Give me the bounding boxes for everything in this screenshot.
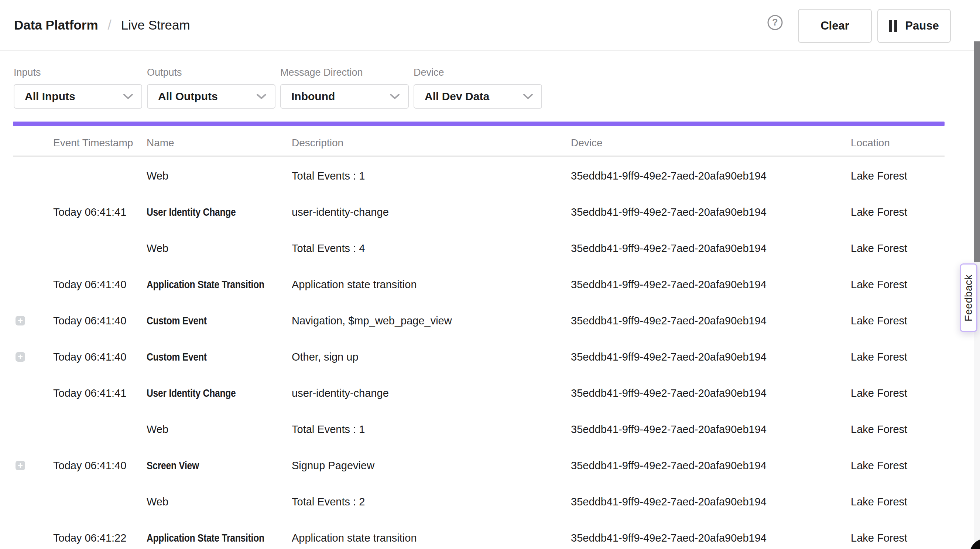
chevron-down-icon bbox=[523, 93, 533, 100]
filter-outputs: Outputs All Outputs bbox=[147, 51, 275, 109]
expand-row-button[interactable]: + bbox=[16, 316, 25, 326]
svg-text:?: ? bbox=[772, 17, 778, 27]
table-row: + Today 06:41:40 Screen View Signup Page… bbox=[13, 447, 945, 484]
column-header-name: Name bbox=[146, 137, 292, 149]
chevron-down-icon bbox=[256, 93, 267, 100]
page-title: Live Stream bbox=[121, 18, 190, 32]
event-description: Signup Pageview bbox=[292, 460, 571, 472]
inputs-label: Inputs bbox=[14, 67, 142, 78]
event-description: Total Events : 1 bbox=[292, 423, 571, 436]
event-location: Lake Forest bbox=[851, 532, 945, 544]
event-name: Application State Transition bbox=[146, 279, 264, 291]
event-device: 35eddb41-9ff9-49e2-7aed-20afa90eb194 bbox=[571, 243, 851, 255]
chevron-down-icon bbox=[390, 93, 400, 100]
event-device: 35eddb41-9ff9-49e2-7aed-20afa90eb194 bbox=[571, 315, 851, 327]
event-device: 35eddb41-9ff9-49e2-7aed-20afa90eb194 bbox=[571, 532, 851, 544]
chevron-down-icon bbox=[123, 93, 133, 100]
message-direction-label: Message Direction bbox=[280, 67, 409, 78]
outputs-select[interactable]: All Outputs bbox=[147, 84, 275, 109]
plus-icon: + bbox=[18, 461, 23, 470]
event-device: 35eddb41-9ff9-49e2-7aed-20afa90eb194 bbox=[571, 423, 851, 436]
event-device: 35eddb41-9ff9-49e2-7aed-20afa90eb194 bbox=[571, 206, 851, 219]
pause-button[interactable]: Pause bbox=[877, 9, 951, 43]
event-location: Lake Forest bbox=[851, 170, 945, 182]
table-row: Web Total Events : 1 35eddb41-9ff9-49e2-… bbox=[13, 411, 945, 447]
table-row: Today 06:41:41 User Identity Change user… bbox=[13, 194, 945, 230]
outputs-label: Outputs bbox=[147, 67, 275, 78]
filter-inputs: Inputs All Inputs bbox=[14, 51, 142, 109]
event-name: Application State Transition bbox=[146, 532, 264, 544]
pause-button-label: Pause bbox=[905, 19, 939, 32]
event-timestamp: Today 06:41:40 bbox=[53, 460, 146, 472]
table-row: Today 06:41:22 Application State Transit… bbox=[13, 520, 945, 549]
device-select[interactable]: All Dev Data bbox=[414, 84, 542, 109]
event-name: Custom Event bbox=[146, 315, 207, 327]
event-location: Lake Forest bbox=[851, 460, 945, 472]
inputs-select[interactable]: All Inputs bbox=[14, 84, 142, 109]
column-header-description: Description bbox=[292, 137, 571, 149]
event-name: User Identity Change bbox=[146, 206, 235, 219]
event-name: User Identity Change bbox=[146, 387, 235, 399]
event-timestamp: Today 06:41:41 bbox=[53, 206, 146, 219]
inputs-select-value: All Inputs bbox=[25, 90, 75, 103]
pause-icon bbox=[889, 20, 897, 32]
event-timestamp: Today 06:41:40 bbox=[53, 351, 146, 363]
event-name: Web bbox=[146, 423, 169, 436]
plus-icon: + bbox=[18, 316, 23, 325]
event-location: Lake Forest bbox=[851, 206, 945, 219]
table-header-row: Event Timestamp Name Description Device … bbox=[13, 130, 945, 156]
breadcrumb: Data Platform / Live Stream bbox=[14, 0, 190, 50]
expand-row-button[interactable]: + bbox=[16, 461, 25, 470]
help-icon[interactable]: ? bbox=[767, 14, 784, 31]
table-row: Web Total Events : 2 35eddb41-9ff9-49e2-… bbox=[13, 484, 945, 520]
event-location: Lake Forest bbox=[851, 423, 945, 436]
accent-divider-bar bbox=[13, 121, 945, 126]
filter-device: Device All Dev Data bbox=[414, 51, 542, 109]
table-row: + Today 06:41:40 Custom Event Other, sig… bbox=[13, 339, 945, 375]
event-description: Application state transition bbox=[292, 532, 571, 544]
message-direction-select[interactable]: Inbound bbox=[280, 84, 409, 109]
event-description: Total Events : 1 bbox=[292, 170, 571, 182]
plus-icon: + bbox=[18, 353, 23, 361]
event-device: 35eddb41-9ff9-49e2-7aed-20afa90eb194 bbox=[571, 170, 851, 182]
table-row: Web Total Events : 1 35eddb41-9ff9-49e2-… bbox=[13, 158, 945, 194]
event-device: 35eddb41-9ff9-49e2-7aed-20afa90eb194 bbox=[571, 460, 851, 472]
event-list: Web Total Events : 1 35eddb41-9ff9-49e2-… bbox=[13, 158, 945, 549]
table-row: Today 06:41:41 User Identity Change user… bbox=[13, 375, 945, 411]
event-location: Lake Forest bbox=[851, 496, 945, 508]
event-description: Other, sign up bbox=[292, 351, 571, 363]
event-timestamp: Today 06:41:41 bbox=[53, 387, 146, 399]
expand-row-button[interactable]: + bbox=[16, 352, 25, 362]
event-description: Total Events : 2 bbox=[292, 496, 571, 508]
event-description: Total Events : 4 bbox=[292, 243, 571, 255]
event-timestamp: Today 06:41:40 bbox=[53, 315, 146, 327]
event-name: Web bbox=[146, 243, 169, 255]
device-label: Device bbox=[414, 67, 542, 78]
breadcrumb-product[interactable]: Data Platform bbox=[14, 18, 98, 32]
event-location: Lake Forest bbox=[851, 351, 945, 363]
event-device: 35eddb41-9ff9-49e2-7aed-20afa90eb194 bbox=[571, 496, 851, 508]
event-description: user-identity-change bbox=[292, 387, 571, 399]
outputs-select-value: All Outputs bbox=[158, 90, 218, 103]
table-row: + Today 06:41:40 Custom Event Navigation… bbox=[13, 303, 945, 339]
event-name: Screen View bbox=[146, 460, 199, 472]
column-header-device: Device bbox=[571, 137, 851, 149]
event-timestamp: Today 06:41:40 bbox=[53, 279, 146, 291]
event-name: Web bbox=[146, 170, 169, 182]
event-timestamp: Today 06:41:22 bbox=[53, 532, 146, 544]
event-description: Application state transition bbox=[292, 279, 571, 291]
feedback-tab[interactable]: Feedback bbox=[960, 263, 977, 332]
feedback-tab-label: Feedback bbox=[963, 274, 974, 321]
event-location: Lake Forest bbox=[851, 387, 945, 399]
event-name: Custom Event bbox=[146, 351, 207, 363]
column-header-event-timestamp: Event Timestamp bbox=[53, 137, 146, 149]
device-select-value: All Dev Data bbox=[425, 90, 489, 103]
event-description: Navigation, $mp_web_page_view bbox=[292, 315, 571, 327]
filter-message-direction: Message Direction Inbound bbox=[280, 51, 409, 109]
event-location: Lake Forest bbox=[851, 315, 945, 327]
vertical-scrollbar-thumb[interactable] bbox=[974, 41, 980, 262]
message-direction-select-value: Inbound bbox=[291, 90, 335, 103]
breadcrumb-separator: / bbox=[108, 18, 111, 33]
clear-button[interactable]: Clear bbox=[798, 9, 872, 43]
page-header: Data Platform / Live Stream ? Clear Paus… bbox=[0, 0, 980, 51]
